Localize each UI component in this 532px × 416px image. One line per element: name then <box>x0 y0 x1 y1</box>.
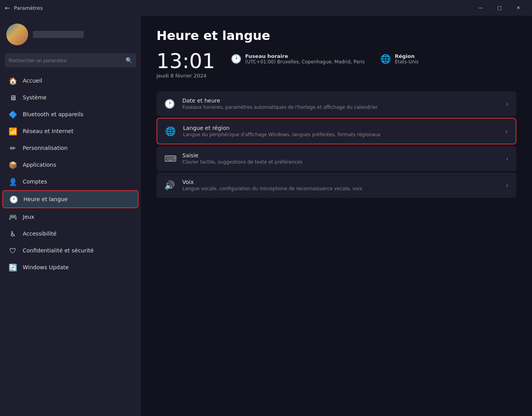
date-heure-title: Date et heure <box>182 97 506 104</box>
settings-card-saisie[interactable]: ⌨ Saisie Clavier tactile, suggestions de… <box>156 146 516 171</box>
sidebar-item-bluetooth[interactable]: 🔷 Bluetooth et appareils <box>2 106 138 122</box>
sidebar-label-comptes: Comptes <box>23 178 47 185</box>
langue-region-desc: Langue du périphérique d'affichage Windo… <box>183 132 505 137</box>
fuseau-icon: 🕐 <box>231 53 241 64</box>
personnalisation-icon: ✏️ <box>9 144 17 152</box>
minimize-button[interactable]: — <box>472 2 490 14</box>
titlebar-left: ← Paramètres <box>5 4 43 12</box>
settings-card-voix[interactable]: 🔊 Voix Langue vocale, configuration du m… <box>156 173 516 198</box>
fuseau-value: (UTC+01:00) Bruxelles, Copenhague, Madri… <box>245 59 365 65</box>
voix-title: Voix <box>182 179 506 185</box>
sidebar-item-personnalisation[interactable]: ✏️ Personnalisation <box>2 140 138 156</box>
sidebar-item-confidentialite[interactable]: 🛡 Confidentialité et sécurité <box>2 242 138 259</box>
sidebar-item-systeme[interactable]: 🖥 Système <box>2 89 138 106</box>
main-content: Heure et langue 13:01 jeudi 8 février 20… <box>141 16 532 416</box>
windows-update-icon: 🔄 <box>9 263 17 272</box>
sidebar-label-jeux: Jeux <box>23 214 34 220</box>
search-input[interactable] <box>9 58 122 63</box>
date-heure-desc: Fuseaux horaires, paramètres automatique… <box>182 104 506 110</box>
nav-list: 🏠 Accueil 🖥 Système 🔷 Bluetooth et appar… <box>0 72 141 276</box>
sidebar-label-bluetooth: Bluetooth et appareils <box>23 111 83 117</box>
page-title: Heure et langue <box>156 28 516 43</box>
sidebar-label-confidentialite: Confidentialité et sécurité <box>23 247 93 254</box>
jeux-icon: 🎮 <box>9 213 17 221</box>
info-item-region: 🌐 Région États-Unis <box>380 53 419 65</box>
sidebar-item-applications[interactable]: 📦 Applications <box>2 157 138 173</box>
sidebar-item-heure-langue[interactable]: 🕐 Heure et langue <box>2 190 138 208</box>
saisie-desc: Clavier tactile, suggestions de texte et… <box>182 159 506 165</box>
saisie-text: Saisie Clavier tactile, suggestions de t… <box>182 152 506 165</box>
time-display: 13:01 <box>156 51 215 71</box>
date-heure-icon: 🕐 <box>164 99 178 109</box>
langue-region-chevron: › <box>505 128 508 135</box>
sidebar: 🔍 🏠 Accueil 🖥 Système 🔷 Bluetooth et app… <box>0 16 141 416</box>
region-icon: 🌐 <box>380 53 391 64</box>
date-heure-chevron: › <box>506 100 509 108</box>
time-block: 13:01 jeudi 8 février 2024 <box>156 51 215 79</box>
fuseau-text: Fuseau horaire (UTC+01:00) Bruxelles, Co… <box>245 53 365 65</box>
bluetooth-icon: 🔷 <box>9 110 17 119</box>
voix-icon: 🔊 <box>164 180 178 190</box>
comptes-icon: 👤 <box>9 177 17 186</box>
avatar-image <box>6 23 28 45</box>
titlebar: ← Paramètres — □ ✕ <box>0 0 532 16</box>
sidebar-label-applications: Applications <box>23 162 56 168</box>
langue-region-text: Langue et région Langue du périphérique … <box>183 125 505 137</box>
langue-region-title: Langue et région <box>183 125 505 131</box>
date-heure-text: Date et heure Fuseaux horaires, paramètr… <box>182 97 506 110</box>
search-bar[interactable]: 🔍 <box>5 53 136 67</box>
heure-langue-icon: 🕐 <box>9 195 18 203</box>
sidebar-label-accueil: Accueil <box>23 77 42 84</box>
applications-icon: 📦 <box>9 160 17 169</box>
back-button[interactable]: ← <box>5 4 10 12</box>
info-bar: 13:01 jeudi 8 février 2024 🕐 Fuseau hora… <box>156 51 516 79</box>
sidebar-label-accessibilite: Accessibilité <box>23 231 56 237</box>
maximize-button[interactable]: □ <box>491 2 509 14</box>
sidebar-label-heure-langue: Heure et langue <box>23 196 68 202</box>
sidebar-label-personnalisation: Personnalisation <box>23 145 68 151</box>
sidebar-label-windows-update: Windows Update <box>23 264 69 270</box>
systeme-icon: 🖥 <box>9 93 17 102</box>
voix-desc: Langue vocale, configuration du micropho… <box>182 186 506 191</box>
settings-list: 🕐 Date et heure Fuseaux horaires, paramè… <box>156 91 516 198</box>
region-value: États-Unis <box>395 59 419 65</box>
sidebar-item-comptes[interactable]: 👤 Comptes <box>2 173 138 190</box>
confidentialite-icon: 🛡 <box>9 246 17 255</box>
accessibilite-icon: ♿ <box>9 229 17 238</box>
close-button[interactable]: ✕ <box>509 2 527 14</box>
user-profile <box>0 19 141 52</box>
window-controls: — □ ✕ <box>472 2 527 14</box>
settings-card-date-heure[interactable]: 🕐 Date et heure Fuseaux horaires, paramè… <box>156 91 516 116</box>
sidebar-item-jeux[interactable]: 🎮 Jeux <box>2 209 138 225</box>
app-body: 🔍 🏠 Accueil 🖥 Système 🔷 Bluetooth et app… <box>0 16 532 416</box>
reseau-icon: 📶 <box>9 127 17 135</box>
sidebar-label-systeme: Système <box>23 94 47 101</box>
info-item-fuseau: 🕐 Fuseau horaire (UTC+01:00) Bruxelles, … <box>231 53 365 65</box>
sidebar-label-reseau: Réseau et Internet <box>23 128 74 134</box>
search-icon: 🔍 <box>126 57 132 63</box>
user-name <box>33 31 84 38</box>
info-items: 🕐 Fuseau horaire (UTC+01:00) Bruxelles, … <box>231 51 419 65</box>
voix-chevron: › <box>506 182 509 189</box>
saisie-chevron: › <box>506 155 509 162</box>
sidebar-item-accessibilite[interactable]: ♿ Accessibilité <box>2 225 138 242</box>
region-text: Région États-Unis <box>395 53 419 65</box>
titlebar-title: Paramètres <box>14 5 43 11</box>
saisie-icon: ⌨ <box>164 154 178 164</box>
voix-text: Voix Langue vocale, configuration du mic… <box>182 179 506 191</box>
avatar <box>6 23 28 45</box>
accueil-icon: 🏠 <box>9 76 17 85</box>
region-label: Région <box>395 53 419 59</box>
settings-card-langue-region[interactable]: 🌐 Langue et région Langue du périphériqu… <box>156 118 516 144</box>
saisie-title: Saisie <box>182 152 506 158</box>
langue-region-icon: 🌐 <box>165 126 179 136</box>
date-display: jeudi 8 février 2024 <box>156 73 215 79</box>
sidebar-item-accueil[interactable]: 🏠 Accueil <box>2 72 138 89</box>
fuseau-label: Fuseau horaire <box>245 53 365 59</box>
sidebar-item-windows-update[interactable]: 🔄 Windows Update <box>2 259 138 276</box>
sidebar-item-reseau[interactable]: 📶 Réseau et Internet <box>2 123 138 139</box>
